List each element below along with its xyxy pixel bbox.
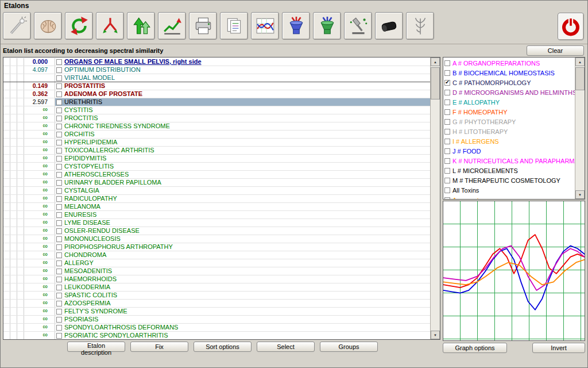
category-item[interactable]: J # FOOD <box>443 146 575 156</box>
invert-button[interactable]: Invert <box>532 343 585 353</box>
plant-button[interactable] <box>406 12 434 40</box>
category-checkbox[interactable] <box>444 168 450 174</box>
category-item[interactable]: Acupuncture <box>443 195 575 199</box>
row-checkbox[interactable] <box>56 188 62 194</box>
table-row[interactable]: 2.597URETHRITIS <box>3 98 430 106</box>
row-checkbox[interactable] <box>56 212 62 218</box>
category-checkbox[interactable] <box>444 187 450 193</box>
category-item[interactable]: G # PHYTOTHERAPY <box>443 117 575 126</box>
branch-arrows-button[interactable] <box>96 12 124 40</box>
row-checkbox[interactable] <box>56 164 62 170</box>
row-checkbox[interactable] <box>56 116 62 121</box>
category-item[interactable]: ✔C # PATHOMORPHOLOGY <box>443 78 575 87</box>
row-checkbox[interactable] <box>56 83 62 89</box>
row-checkbox[interactable] <box>56 236 62 242</box>
category-item[interactable]: A # ORGANOPREPARATIONS <box>443 58 575 68</box>
table-row[interactable]: ∞PSORIATIC SPONDYLOARTHRITIS <box>3 332 430 339</box>
row-checkbox[interactable] <box>56 156 62 162</box>
table-row[interactable]: ∞URINARY BLADDER PAPILLOMA <box>3 179 430 187</box>
table-row[interactable]: ∞TOXICOALLERGIC ARTHRITIS <box>3 147 430 155</box>
category-checkbox[interactable] <box>444 119 450 125</box>
category-item[interactable]: All Toxins <box>443 185 575 195</box>
sync-arrows-button[interactable] <box>65 12 93 40</box>
brain-button[interactable] <box>34 12 62 40</box>
category-checkbox[interactable] <box>444 178 450 183</box>
category-checkbox[interactable]: ✔ <box>444 80 450 86</box>
row-checkbox[interactable] <box>56 148 62 154</box>
category-item[interactable]: M # THERAPEUTIC COSMETOLOGY <box>443 175 575 185</box>
row-checkbox[interactable] <box>56 252 62 258</box>
category-item[interactable]: E # ALLOPATHY <box>443 97 575 107</box>
category-checkbox[interactable] <box>444 148 450 154</box>
table-row[interactable]: ∞PROCTITIS <box>3 114 430 122</box>
table-row[interactable]: ∞CYSTALGIA <box>3 187 430 195</box>
funnel-green-button[interactable] <box>313 12 341 40</box>
select-button[interactable]: Select <box>257 342 315 352</box>
row-checkbox[interactable] <box>56 75 62 81</box>
category-checkbox[interactable] <box>444 158 450 164</box>
table-scroll-up-button[interactable]: ▲ <box>431 57 440 66</box>
table-row[interactable]: ∞CHONDROMA <box>3 251 430 259</box>
graph-options-button[interactable]: Graph options <box>443 343 507 353</box>
table-row[interactable]: ∞LEUKODERMIA <box>3 283 430 292</box>
groups-button[interactable]: Groups <box>320 342 378 352</box>
row-checkbox[interactable] <box>56 124 62 129</box>
category-item[interactable]: I # ALLERGENS <box>443 136 575 146</box>
table-row[interactable]: 4.097OPTIMUM DISTRIBUTION <box>3 66 430 74</box>
category-checkbox[interactable] <box>444 70 450 76</box>
row-checkbox[interactable] <box>56 99 62 105</box>
table-row[interactable]: ∞AZOOSPERMIA <box>3 300 430 308</box>
table-row[interactable]: ∞OSLER-RENDU DISEASE <box>3 227 430 235</box>
category-item[interactable]: L # MICROELEMENTS <box>443 166 575 175</box>
category-checkbox[interactable] <box>444 129 450 135</box>
table-row[interactable]: ∞CYSTOPYELITIS <box>3 163 430 171</box>
table-scroll-down-button[interactable]: ▼ <box>431 331 440 339</box>
row-checkbox[interactable] <box>56 91 62 97</box>
spectrum-graph-button[interactable] <box>251 12 279 40</box>
table-row[interactable]: ∞EPIDIDYMITIS <box>3 155 430 163</box>
category-item[interactable]: B # BIOCHEMICAL HOMEOSTASIS <box>443 68 575 78</box>
row-checkbox[interactable] <box>56 228 62 234</box>
microscope-button[interactable] <box>344 12 372 40</box>
table-row[interactable]: 0.000ORGANS OF MALE SMALL PELVIS, right … <box>3 58 430 66</box>
magic-wand-button[interactable] <box>3 12 31 40</box>
table-row[interactable]: ∞SPASTIC COLITIS <box>3 292 430 300</box>
row-checkbox[interactable] <box>56 325 62 331</box>
row-checkbox[interactable] <box>56 301 62 306</box>
table-row[interactable]: ∞ALLERGY <box>3 259 430 267</box>
category-scrollbar[interactable]: ▲ ▼ <box>575 57 585 199</box>
stop-button[interactable] <box>558 13 584 40</box>
row-checkbox[interactable] <box>56 108 62 113</box>
category-checkbox[interactable] <box>444 90 450 95</box>
category-checkbox[interactable] <box>444 60 450 66</box>
category-item[interactable]: D # MICROORGANISMS AND HELMINTHS <box>443 87 575 97</box>
table-row[interactable]: ∞MELANOMA <box>3 203 430 211</box>
fix-button[interactable]: Fix <box>130 342 188 352</box>
table-scroll-track[interactable] <box>431 66 440 331</box>
funnel-red-button[interactable] <box>282 12 310 40</box>
row-checkbox[interactable] <box>56 293 62 298</box>
row-checkbox[interactable] <box>56 204 62 210</box>
category-checkbox[interactable] <box>444 139 450 144</box>
table-row[interactable]: 0.149PROSTATITIS <box>3 82 430 90</box>
eraser-button[interactable] <box>375 12 403 40</box>
row-checkbox[interactable] <box>56 309 62 315</box>
row-checkbox[interactable] <box>56 285 62 290</box>
table-row[interactable]: ∞PIROPHOSPHORUS ARTHROPATHY <box>3 243 430 251</box>
row-checkbox[interactable] <box>56 333 62 339</box>
category-item[interactable]: H # LITOTHERAPY <box>443 126 575 136</box>
category-scroll-track[interactable] <box>575 66 585 190</box>
table-row[interactable]: ∞MESOADENITIS <box>3 267 430 275</box>
row-checkbox[interactable] <box>56 67 62 73</box>
clear-button[interactable]: Clear <box>527 45 584 56</box>
row-checkbox[interactable] <box>56 59 62 65</box>
row-checkbox[interactable] <box>56 172 62 178</box>
chart-up-arrows-button[interactable] <box>158 12 186 40</box>
row-checkbox[interactable] <box>56 180 62 186</box>
table-row[interactable]: ∞CYSTITIS <box>3 106 430 114</box>
table-row[interactable]: ∞SPONDYLOARTHROSIS DEFORMANS <box>3 324 430 332</box>
category-scroll-thumb[interactable] <box>575 67 585 90</box>
table-scrollbar[interactable]: ▲ ▼ <box>430 57 440 339</box>
category-scroll-up-button[interactable]: ▲ <box>575 57 585 66</box>
printer-button[interactable] <box>189 12 217 40</box>
